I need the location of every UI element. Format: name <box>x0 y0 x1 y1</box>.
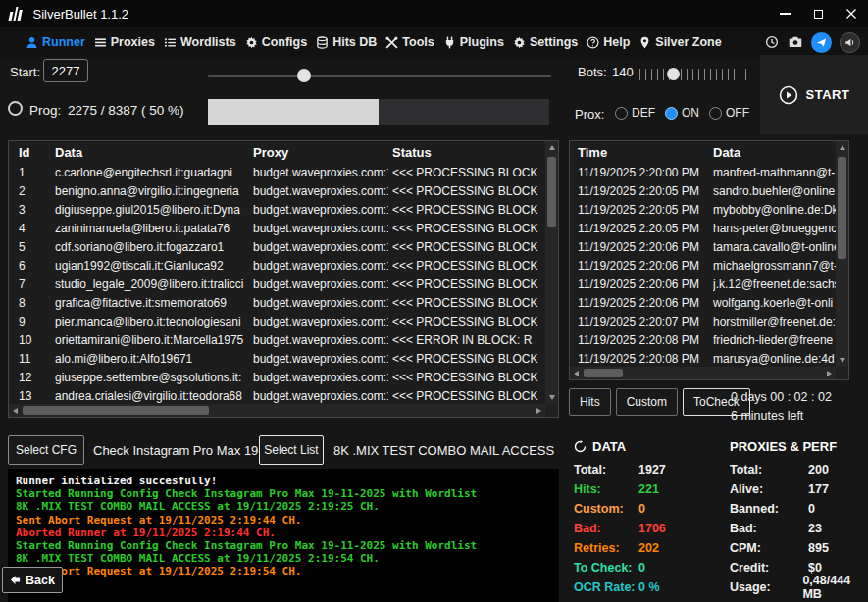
stat-label: Credit: <box>730 561 808 575</box>
result-row[interactable]: 12giuseppe.settembre@sgsolutions.it:budg… <box>9 369 545 387</box>
hits-vertical-scrollbar[interactable] <box>836 141 848 367</box>
log-console[interactable]: Runner initialized succesfully!Started R… <box>8 469 559 602</box>
stat-value: 23 <box>808 522 822 535</box>
hit-row[interactable]: 11/19/2025 2:20:06 PMwolfgang.koerle@t-o… <box>570 294 836 313</box>
nav-item-proxies[interactable]: Proxies <box>94 35 155 49</box>
result-row[interactable]: 9pier.manca@libero.it:tecnologiesanibudg… <box>9 313 545 331</box>
scroll-left-icon[interactable] <box>570 367 583 379</box>
result-row[interactable]: 5cdf.soriano@libero.it:fogazzaro1budget.… <box>9 238 545 257</box>
result-row[interactable]: 10oriettamirani@libero.it:Marcella1975bu… <box>9 331 545 350</box>
column-header-data[interactable]: Data <box>713 145 836 160</box>
column-header-proxy[interactable]: Proxy <box>253 145 388 160</box>
nav-item-help[interactable]: Help <box>587 35 630 49</box>
nav-item-hits-db[interactable]: Hits DB <box>316 35 377 49</box>
result-row[interactable]: 3digiuseppe.giul2015@libero.it:Dynabudge… <box>9 201 545 220</box>
progress-mode-radio[interactable] <box>8 101 23 116</box>
hit-row[interactable]: 11/19/2025 2:20:08 PMmarusya@online.de:4… <box>570 350 836 367</box>
minimize-button[interactable] <box>768 0 801 27</box>
hit-row[interactable]: 11/19/2025 2:20:05 PMhans-peter@brueggen… <box>570 220 836 238</box>
hit-row[interactable]: 11/19/2025 2:20:06 PMj.k.12@freenet.de:s… <box>570 276 836 294</box>
camera-icon[interactable] <box>788 34 803 50</box>
tab-custom[interactable]: Custom <box>616 388 678 416</box>
results-grid-header: Id Data Proxy Status <box>9 141 558 164</box>
start-button[interactable]: START <box>779 85 850 105</box>
hit-row[interactable]: 11/19/2025 2:20:07 PMhorstmiller@freenet… <box>570 313 836 331</box>
cell-time: 11/19/2025 2:20:06 PM <box>578 240 709 254</box>
column-header-data[interactable]: Data <box>55 145 249 160</box>
scroll-up-icon[interactable] <box>836 141 848 154</box>
nav-item-label: Silver Zone <box>655 35 721 49</box>
select-list-button[interactable]: Select List <box>259 435 324 465</box>
maximize-button[interactable] <box>801 0 835 27</box>
result-row[interactable]: 1c.carlone@engitechsrl.it:guadagnibudget… <box>9 164 545 182</box>
hit-row[interactable]: 11/19/2025 2:20:05 PMmybobby@online.de:D… <box>570 201 836 220</box>
result-row[interactable]: 8grafica@fitactive.it:smemorato69budget.… <box>9 294 545 313</box>
hit-row[interactable]: 11/19/2025 2:20:06 PMtamara.cavallo@t-on… <box>570 238 836 257</box>
results-vertical-scrollbar[interactable] <box>545 141 558 404</box>
cell-data: c.carlone@engitechsrl.it:guadagni <box>55 166 249 179</box>
proxy-option-label: DEF <box>632 106 655 120</box>
close-button[interactable] <box>835 0 868 27</box>
column-header-status[interactable]: Status <box>392 145 545 160</box>
result-row[interactable]: 2benigno.anna@virgilio.it:ingegneriabudg… <box>9 182 545 201</box>
cell-data: sandro.buehler@online <box>713 184 836 198</box>
hits-horizontal-scrollbar[interactable] <box>570 367 836 379</box>
nav-item-plugins[interactable]: Plugins <box>443 35 504 49</box>
scrollbar-thumb[interactable] <box>584 369 623 377</box>
stat-label: OCR Rate: <box>574 580 638 594</box>
scroll-right-icon[interactable] <box>533 404 545 417</box>
bots-label: Bots: <box>578 65 607 79</box>
stat-value: 200 <box>808 463 829 477</box>
hit-row[interactable]: 11/19/2025 2:20:05 PMsandro.buehler@onli… <box>570 182 836 201</box>
back-button[interactable]: Back <box>2 567 63 593</box>
scroll-right-icon[interactable] <box>823 367 836 379</box>
megaphone-icon[interactable] <box>840 32 860 53</box>
nav-item-settings[interactable]: Settings <box>513 35 578 49</box>
result-row[interactable]: 4zaninimanuela@libero.it:patata76budget.… <box>9 220 545 238</box>
nav-right-icons <box>764 27 860 57</box>
list-icon <box>164 36 177 49</box>
stat-label: Retries: <box>574 541 638 555</box>
stat-value: 0,48/444 MB <box>802 574 868 601</box>
send-icon[interactable] <box>811 32 832 53</box>
stat-value: 895 <box>808 541 829 555</box>
column-header-id[interactable]: Id <box>19 145 52 160</box>
nav-item-configs[interactable]: Configs <box>245 35 308 49</box>
cell-status: <<< PROCESSING BLOCK <box>392 184 545 198</box>
nav-item-wordlists[interactable]: Wordlists <box>164 35 236 49</box>
start-slider-handle[interactable] <box>297 69 311 82</box>
scrollbar-thumb[interactable] <box>838 157 846 259</box>
data-stats-title: DATA <box>592 439 626 454</box>
nav-item-tools[interactable]: Tools <box>385 35 434 49</box>
result-row[interactable]: 13andrea.crialesi@virgilio.it:teodora68b… <box>9 387 545 404</box>
scroll-down-icon[interactable] <box>545 391 558 404</box>
column-header-time[interactable]: Time <box>578 145 709 160</box>
scrollbar-thumb[interactable] <box>23 406 209 415</box>
proxy-option-on[interactable]: ON <box>665 106 699 120</box>
start-slider-track[interactable] <box>208 75 551 77</box>
scroll-up-icon[interactable] <box>545 141 558 154</box>
stat-row-custom-: Custom:0 <box>574 499 723 519</box>
results-horizontal-scrollbar[interactable] <box>9 404 545 417</box>
hit-row[interactable]: 11/19/2025 2:20:00 PMmanfred-mathmann@t- <box>570 164 836 182</box>
hit-row[interactable]: 11/19/2025 2:20:08 PMfriedrich-lieder@fr… <box>570 331 836 350</box>
hit-row[interactable]: 11/19/2025 2:20:06 PMmichaelgrossmann7@t… <box>570 257 836 276</box>
result-row[interactable]: 11alo.mi@libero.it:Alfo19671budget.wavep… <box>9 350 545 369</box>
start-input[interactable] <box>43 59 88 82</box>
history-icon[interactable] <box>764 34 780 50</box>
nav-item-silver-zone[interactable]: Silver Zone <box>638 35 721 49</box>
tab-hits[interactable]: Hits <box>569 388 611 416</box>
radio-icon <box>615 107 628 120</box>
nav-item-runner[interactable]: Runner <box>26 35 85 49</box>
scrollbar-thumb[interactable] <box>547 157 556 227</box>
result-row[interactable]: 7studio_legale_2009@libero.it:traliccibu… <box>9 276 545 294</box>
scroll-down-icon[interactable] <box>836 354 848 367</box>
select-config-button[interactable]: Select CFG <box>8 435 84 465</box>
scroll-left-icon[interactable] <box>9 404 22 417</box>
bots-slider-track[interactable] <box>639 69 751 80</box>
proxy-option-off[interactable]: OFF <box>709 106 749 120</box>
result-row[interactable]: 6ugian1992@tiscali.it:Gianluca92budget.w… <box>9 257 545 276</box>
bots-slider-handle[interactable] <box>667 68 680 80</box>
proxy-option-def[interactable]: DEF <box>615 106 655 120</box>
cell-proxy: budget.waveproxies.com:1 <box>253 240 388 254</box>
